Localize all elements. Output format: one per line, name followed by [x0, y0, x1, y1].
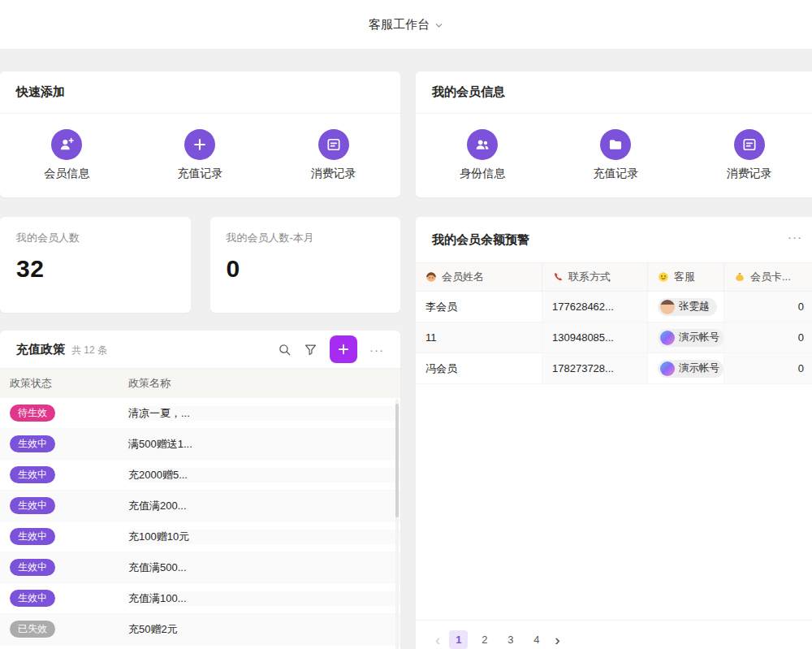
policy-row[interactable]: 生效中 充2000赠5...	[0, 460, 400, 491]
status-badge: 生效中	[10, 590, 55, 607]
more-menu-button[interactable]: ···	[788, 230, 802, 244]
member-name-cell: 冯会员	[416, 353, 542, 383]
filter-icon[interactable]	[304, 343, 317, 357]
status-badge: 生效中	[10, 435, 55, 452]
page-number-button[interactable]: 1	[449, 630, 468, 649]
member-agent-cell: 演示帐号	[648, 322, 724, 353]
policy-status-cell: 生效中	[0, 528, 128, 545]
status-badge: 已失效	[10, 621, 55, 638]
workbench-page: 客服工作台 快速添加 会员信息	[0, 0, 812, 649]
receipt-icon	[318, 129, 349, 160]
record-count: 共 12 条	[71, 344, 107, 357]
policy-name-cell: 满500赠送1...	[128, 437, 400, 452]
consume-records-button[interactable]: 消费记录	[683, 129, 812, 181]
page-number-button[interactable]: 3	[501, 630, 520, 649]
moneybag-icon	[734, 271, 745, 283]
page-number-button[interactable]: 4	[527, 630, 546, 649]
column-header-contact: 联系方式	[542, 263, 648, 291]
policy-row[interactable]: 生效中 充值满100...	[0, 583, 400, 614]
card-title: 我的会员信息	[432, 84, 505, 100]
scrollbar-thumb[interactable]	[395, 404, 399, 517]
stat-value: 32	[16, 255, 175, 283]
quick-add-member-button[interactable]: 会员信息	[0, 129, 133, 181]
column-header-name: 政策名称	[128, 376, 400, 391]
card-title: 快速添加	[16, 84, 65, 100]
identity-info-button[interactable]: 身份信息	[416, 129, 549, 181]
card-title: 我的会员余额预警	[432, 232, 529, 248]
member-balance-cell: 0	[724, 292, 812, 322]
policy-row[interactable]: 生效中 充值满200...	[0, 491, 400, 521]
plus-icon	[336, 342, 351, 357]
add-policy-button[interactable]	[330, 335, 357, 363]
member-row[interactable]: 冯会员 178273728... 演示帐号 0	[416, 353, 812, 384]
policy-toolbar: ···	[278, 335, 384, 363]
policy-name-cell: 充值满200...	[128, 499, 400, 513]
policy-row[interactable]: 生效中 充值满500...	[0, 552, 400, 583]
search-icon[interactable]	[278, 343, 292, 357]
avatar	[660, 300, 675, 314]
page-number-button[interactable]: 2	[475, 630, 494, 649]
next-page-button[interactable]: ›	[553, 632, 561, 647]
agent-pill: 张雯越	[658, 298, 717, 316]
action-label: 身份信息	[460, 167, 505, 181]
dashboard-grid: 快速添加 会员信息 充值记录	[0, 49, 812, 649]
stat-label: 我的会员人数	[16, 231, 175, 245]
policy-row[interactable]: 待生效 清凉一夏，...	[0, 398, 400, 429]
status-badge: 生效中	[10, 559, 55, 576]
policy-status-cell: 生效中	[0, 466, 128, 483]
policy-name-cell: 清凉一夏，...	[128, 406, 400, 421]
avatar	[660, 331, 675, 345]
card-title: 充值政策	[16, 342, 65, 357]
stat-label: 我的会员人数-本月	[227, 231, 385, 245]
column-header-agent: 客服	[648, 263, 724, 291]
action-label: 充值记录	[177, 167, 222, 181]
left-column: 快速添加 会员信息 充值记录	[0, 71, 400, 649]
member-info-header: 我的会员信息	[416, 71, 812, 114]
member-agent-cell: 张雯越	[648, 292, 724, 322]
recharge-policy-card: 充值政策 共 12 条 ···	[0, 331, 400, 649]
prev-page-button[interactable]: ‹	[434, 632, 442, 647]
recharge-records-button[interactable]: 充值记录	[549, 129, 682, 181]
action-label: 消费记录	[311, 167, 356, 181]
balance-warning-card: 我的会员余额预警 ··· 会员姓名 联系方式 客服	[416, 217, 812, 649]
member-add-icon	[51, 129, 82, 160]
member-info-card: 我的会员信息 身份信息 充值记录	[416, 71, 812, 197]
plus-icon	[184, 129, 215, 160]
policy-status-cell: 生效中	[0, 590, 128, 607]
action-label: 充值记录	[593, 167, 638, 181]
pagination: ‹ 1 2 3 4 ›	[416, 620, 812, 649]
policy-row[interactable]: 生效中 充100赠10元	[0, 521, 400, 552]
agent-name: 演示帐号	[679, 331, 719, 344]
member-row[interactable]: 李会员 177628462... 张雯越 0	[416, 292, 812, 322]
column-label: 客服	[674, 270, 695, 284]
receipt-icon	[734, 129, 765, 160]
member-name-cell: 李会员	[416, 292, 542, 322]
quick-add-card: 快速添加 会员信息 充值记录	[0, 71, 400, 197]
policy-row[interactable]: 已失效 充50赠2元	[0, 614, 400, 645]
member-balance-cell: 0	[724, 322, 812, 353]
policy-row[interactable]: 生效中 满500赠送1...	[0, 429, 400, 460]
member-contact-cell: 130948085...	[542, 322, 648, 353]
policy-name-cell: 充值满500...	[128, 560, 400, 575]
phone-icon	[552, 271, 564, 283]
workspace-switcher[interactable]: 客服工作台	[369, 17, 430, 32]
stat-value: 0	[227, 255, 385, 283]
status-badge: 生效中	[10, 466, 55, 483]
member-info-actions: 身份信息 充值记录 消费记录	[416, 114, 812, 196]
recharge-policy-header: 充值政策 共 12 条 ···	[0, 331, 400, 369]
quick-add-recharge-button[interactable]: 充值记录	[133, 129, 266, 181]
member-row[interactable]: 11 130948085... 演示帐号 0	[416, 322, 812, 353]
column-header-status: 政策状态	[0, 376, 128, 391]
member-name-cell: 11	[416, 322, 542, 353]
avatar	[660, 361, 675, 376]
scrollbar-track	[395, 399, 399, 649]
quick-add-consume-button[interactable]: 消费记录	[267, 129, 400, 181]
column-label: 会员姓名	[442, 270, 484, 284]
member-table-body: 李会员 177628462... 张雯越 0	[416, 292, 812, 384]
chevron-down-icon[interactable]	[434, 21, 443, 30]
policy-table-body: 待生效 清凉一夏，... 生效中 满500赠送1...	[0, 398, 400, 645]
column-header-member-name: 会员姓名	[416, 263, 542, 291]
more-menu-button[interactable]: ···	[369, 344, 384, 356]
policy-name-cell: 充50赠2元	[128, 622, 400, 637]
agent-pill: 演示帐号	[658, 329, 723, 347]
